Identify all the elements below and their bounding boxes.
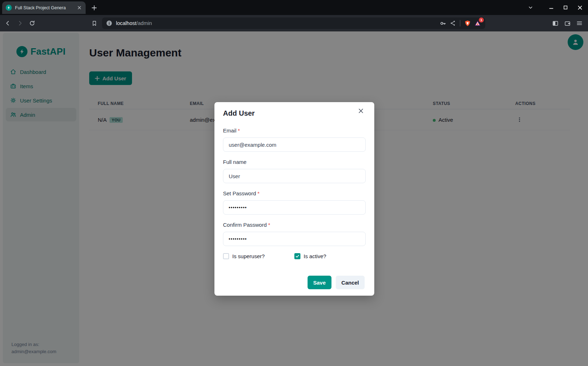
confirm-password-field[interactable] — [223, 232, 366, 246]
email-field[interactable] — [223, 137, 366, 152]
confirm-password-label: Confirm Password — [223, 222, 267, 228]
cancel-button[interactable]: Cancel — [336, 276, 365, 289]
minimize-button[interactable] — [547, 3, 556, 12]
tab-close-icon[interactable] — [76, 4, 83, 11]
rewards-badge: 1 — [479, 17, 484, 22]
share-icon[interactable] — [448, 18, 458, 28]
set-password-label: Set Password — [223, 190, 256, 196]
is-superuser-label[interactable]: Is superuser? — [232, 253, 265, 259]
brave-rewards-icon[interactable]: 1 — [472, 18, 482, 28]
fastapi-favicon-icon — [6, 5, 12, 11]
forward-button[interactable] — [14, 17, 26, 29]
modal-close-icon[interactable] — [356, 106, 366, 116]
maximize-button[interactable] — [561, 3, 570, 12]
tab-title: Full Stack Project Genera — [15, 5, 74, 10]
full-name-label: Full name — [223, 159, 247, 165]
is-superuser-checkbox[interactable] — [223, 253, 229, 259]
window-controls — [526, 0, 588, 15]
site-info-icon[interactable] — [106, 20, 113, 27]
required-asterisk: * — [258, 190, 260, 196]
page-viewport: FastAPI Dashboard Items User Settings — [0, 31, 588, 366]
password-key-icon[interactable] — [438, 18, 448, 28]
browser-titlebar: Full Stack Project Genera — [0, 0, 588, 15]
required-asterisk: * — [268, 222, 270, 228]
wallet-icon[interactable] — [562, 17, 573, 29]
bookmark-icon[interactable] — [88, 17, 100, 29]
tab-search-chevron-icon[interactable] — [526, 3, 535, 12]
is-active-checkbox[interactable] — [294, 253, 300, 259]
back-button[interactable] — [2, 17, 14, 29]
browser-toolbar: localhost/admin 1 — [0, 15, 588, 31]
reload-button[interactable] — [26, 17, 38, 29]
brave-shields-icon[interactable] — [462, 18, 472, 28]
email-label: Email — [223, 127, 237, 134]
browser-tab[interactable]: Full Stack Project Genera — [2, 1, 86, 14]
save-button[interactable]: Save — [308, 276, 331, 289]
menu-icon[interactable] — [574, 17, 585, 29]
modal-title: Add User — [223, 109, 366, 117]
close-window-button[interactable] — [575, 3, 584, 12]
address-bar[interactable]: localhost/admin 1 — [102, 17, 485, 29]
url-text: localhost/admin — [116, 20, 438, 26]
required-asterisk: * — [238, 127, 240, 134]
set-password-field[interactable] — [223, 200, 366, 215]
full-name-field[interactable] — [223, 169, 366, 183]
sidebar-panel-icon[interactable] — [549, 17, 561, 29]
add-user-modal: Add User Email* Full name Set Password* … — [214, 102, 374, 296]
new-tab-button[interactable] — [90, 4, 98, 12]
is-active-label[interactable]: Is active? — [304, 253, 326, 259]
